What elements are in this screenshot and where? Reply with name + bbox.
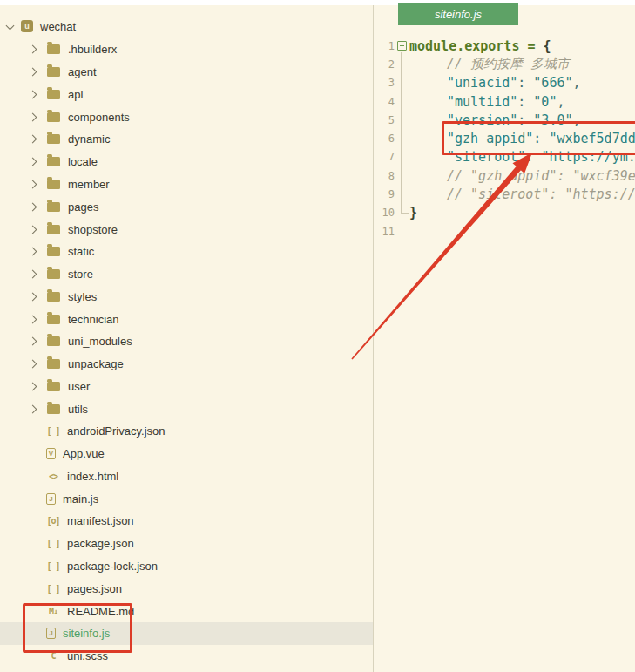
tree-item-label: member xyxy=(68,178,110,191)
tree-item-label: api xyxy=(68,88,83,101)
tree-item-agent[interactable]: agent xyxy=(0,61,373,84)
chevron-right-icon[interactable] xyxy=(29,68,37,77)
hbuilderx-window: u wechat .hbuilderxagentapicomponentsdyn… xyxy=(0,0,635,672)
tree-item-store[interactable]: store xyxy=(0,263,373,286)
js-file-icon: J xyxy=(46,493,56,505)
line-number: 5 xyxy=(374,114,395,126)
chevron-right-icon[interactable] xyxy=(29,248,37,256)
chevron-right-icon[interactable] xyxy=(29,90,37,98)
tree-item-package-json[interactable]: [ ]package.json xyxy=(0,533,373,555)
line-number: 4 xyxy=(374,96,395,108)
tree-item-label: styles xyxy=(68,290,97,303)
code-text: "uniacid": "666", xyxy=(409,75,581,91)
line-number: 6 xyxy=(374,132,395,145)
chevron-right-icon[interactable] xyxy=(29,135,37,144)
tree-item-pages-json[interactable]: [ ]pages.json xyxy=(0,577,373,600)
tree-item-static[interactable]: static xyxy=(0,241,373,263)
chevron-right-icon[interactable] xyxy=(29,180,37,189)
folder-icon xyxy=(47,404,60,414)
tree-item-pages[interactable]: pages xyxy=(0,195,373,218)
chevron-right-icon[interactable] xyxy=(29,45,37,54)
tree-item-index-html[interactable]: <>index.html xyxy=(0,465,373,488)
code-line-6: 6"gzh_appid": "wxbef5d7dd2 xyxy=(374,129,635,147)
tree-item-package-lock-json[interactable]: [ ]package-lock.json xyxy=(0,555,373,578)
chevron-right-icon[interactable] xyxy=(29,382,37,390)
scss-file-icon: C xyxy=(46,650,60,662)
tree-item-api[interactable]: api xyxy=(0,84,373,106)
tree-item-styles[interactable]: styles xyxy=(0,285,373,308)
chevron-right-icon[interactable] xyxy=(29,225,37,234)
tab-label: siteinfo.js xyxy=(435,8,482,21)
chevron-right-icon[interactable] xyxy=(29,112,37,121)
tree-item-siteinfo-js[interactable]: Jsiteinfo.js xyxy=(0,622,373,645)
folder-icon xyxy=(47,112,60,122)
folder-icon xyxy=(47,90,60,99)
line-number: 10 xyxy=(374,207,395,219)
tree-item-utils[interactable]: utils xyxy=(0,397,373,420)
tree-item-shopstore[interactable]: shopstore xyxy=(0,218,373,241)
tree-item-member[interactable]: member xyxy=(0,173,373,196)
chevron-down-icon[interactable] xyxy=(6,21,15,30)
code-text: "multiid": "0", xyxy=(409,94,564,110)
folder-icon xyxy=(47,336,60,346)
chevron-right-icon[interactable] xyxy=(29,202,37,211)
chevron-right-icon[interactable] xyxy=(29,158,37,166)
tree-item-label: package.json xyxy=(67,537,134,550)
line-number: 9 xyxy=(374,188,395,200)
tree-item-components[interactable]: components xyxy=(0,105,373,128)
code-text: // "gzh_appid": "wxcf39e3 xyxy=(409,168,635,184)
tree-item-app-vue[interactable]: VApp.vue xyxy=(0,443,373,465)
tree-item-readme-md[interactable]: M↓README.md xyxy=(0,600,373,622)
tree-item-locale[interactable]: locale xyxy=(0,151,373,173)
chevron-right-icon[interactable] xyxy=(29,292,37,301)
fold-toggle-icon[interactable] xyxy=(397,41,407,51)
panel-divider[interactable] xyxy=(373,5,374,672)
code-line-4: 4"multiid": "0", xyxy=(374,92,635,111)
folder-icon xyxy=(47,382,60,391)
tree-item-user[interactable]: user xyxy=(0,375,373,397)
folder-icon xyxy=(47,359,60,369)
fold-column xyxy=(395,41,409,51)
tree-item-androidprivacy-json[interactable]: [ ]androidPrivacy.json xyxy=(0,420,373,443)
tree-item-manifest-json[interactable]: [o]manifest.json xyxy=(0,510,373,533)
tree-item-label: dynamic xyxy=(68,132,110,146)
file-tree-panel[interactable]: u wechat .hbuilderxagentapicomponentsdyn… xyxy=(0,0,373,672)
tree-item-unpackage[interactable]: unpackage xyxy=(0,353,373,376)
code-text: "version": "3.0", xyxy=(409,112,581,128)
chevron-right-icon[interactable] xyxy=(29,360,37,369)
tree-item-label: siteinfo.js xyxy=(63,627,110,640)
tree-item-wechat[interactable]: u wechat xyxy=(0,15,373,37)
js-file-icon: J xyxy=(46,628,56,639)
chevron-right-icon[interactable] xyxy=(29,315,37,323)
tree-item-label: components xyxy=(68,111,130,124)
tree-item-uni-modules[interactable]: uni_modules xyxy=(0,330,373,353)
code-text: } xyxy=(409,205,417,221)
tree-item-uni-scss[interactable]: Cuni.scss xyxy=(0,645,373,668)
tree-item-label: shopstore xyxy=(68,223,118,236)
tree-item-label: manifest.json xyxy=(67,514,134,527)
folder-icon xyxy=(47,225,60,234)
chevron-right-icon[interactable] xyxy=(29,270,37,279)
code-text: // "siteroot": "https://a xyxy=(409,187,635,202)
tree-item-main-js[interactable]: Jmain.js xyxy=(0,487,373,510)
code-text: module.exports = { xyxy=(409,38,551,54)
code-line-3: 3"uniacid": "666", xyxy=(374,74,635,92)
code-lines[interactable]: 1module.exports = {2// 预约按摩 多城市3"uniacid… xyxy=(374,37,635,241)
folder-icon xyxy=(47,67,60,77)
line-number: 1 xyxy=(374,40,395,52)
chevron-right-icon[interactable] xyxy=(29,404,37,413)
tree-item-label: App.vue xyxy=(63,447,105,460)
tree-item--hbuilderx[interactable]: .hbuilderx xyxy=(0,38,373,61)
tree-item-dynamic[interactable]: dynamic xyxy=(0,128,373,151)
folder-icon xyxy=(47,269,60,279)
chevron-right-icon[interactable] xyxy=(29,337,37,346)
json-file-icon: [ ] xyxy=(46,538,60,550)
manifest-file-icon: [o] xyxy=(46,515,60,527)
tree-item-technician[interactable]: technician xyxy=(0,308,373,330)
tree-item-label: package-lock.json xyxy=(67,560,158,573)
folder-icon xyxy=(47,247,60,256)
editor-panel[interactable]: siteinfo.js 1module.exports = {2// 预约按摩 … xyxy=(374,0,635,672)
tree-item-label: user xyxy=(68,380,90,393)
tab-siteinfo-js[interactable]: siteinfo.js xyxy=(398,3,518,25)
folder-icon xyxy=(47,157,60,166)
